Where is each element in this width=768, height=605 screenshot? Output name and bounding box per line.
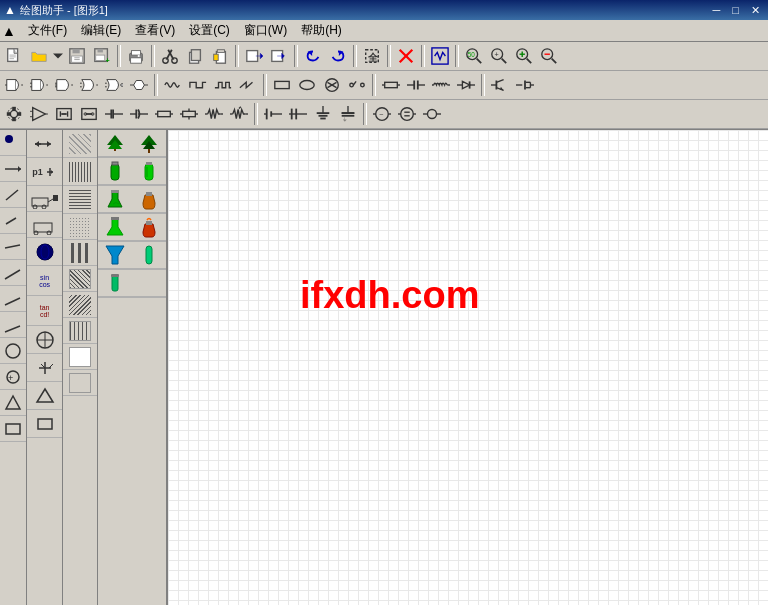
tool-tri-arrow[interactable] xyxy=(27,382,61,410)
maximize-btn[interactable]: □ xyxy=(728,4,743,16)
print-button[interactable] xyxy=(124,44,148,68)
cap1-btn[interactable] xyxy=(102,102,126,126)
res1-btn[interactable] xyxy=(152,102,176,126)
gate-d2-btn[interactable] xyxy=(27,73,51,97)
paste-button[interactable] xyxy=(208,44,232,68)
ind-btn[interactable] xyxy=(429,73,453,97)
icon-tree1[interactable] xyxy=(98,130,132,157)
src1-btn[interactable] xyxy=(261,102,285,126)
amp-btn[interactable] xyxy=(27,102,51,126)
menu-file[interactable]: 文件(F) xyxy=(22,20,73,41)
undo-button[interactable] xyxy=(301,44,325,68)
icon-bottle-fire[interactable] xyxy=(132,214,166,241)
gnd1-btn[interactable] xyxy=(311,102,335,126)
open-button[interactable] xyxy=(27,44,51,68)
pattern-empty2[interactable] xyxy=(63,370,97,396)
tool-diag3[interactable] xyxy=(0,234,26,260)
res4-btn[interactable] xyxy=(227,102,251,126)
sw1-btn[interactable] xyxy=(52,102,76,126)
menu-view[interactable]: 查看(V) xyxy=(129,20,181,41)
pattern-empty1[interactable] xyxy=(63,344,97,370)
redo-button[interactable] xyxy=(326,44,350,68)
schematic-button[interactable] xyxy=(428,44,452,68)
zoom-50-button[interactable]: 50 xyxy=(462,44,486,68)
zoom-out-button[interactable] xyxy=(537,44,561,68)
switch-btn[interactable] xyxy=(345,73,369,97)
node-btn[interactable] xyxy=(420,102,444,126)
rect-btn[interactable] xyxy=(270,73,294,97)
cfg-btn[interactable] xyxy=(2,102,26,126)
menu-settings[interactable]: 设置(C) xyxy=(183,20,236,41)
pulse-btn[interactable] xyxy=(211,73,235,97)
tool-tancd[interactable]: tan cd! xyxy=(27,296,61,326)
export-button[interactable] xyxy=(267,44,291,68)
icon-tube[interactable] xyxy=(132,242,166,269)
icon-flask-fire[interactable] xyxy=(98,186,132,213)
tool-sincos[interactable]: sin cos xyxy=(27,266,61,296)
pattern-dash[interactable] xyxy=(63,240,97,266)
tool-circle1[interactable] xyxy=(0,338,26,364)
gnd2-btn[interactable]: ⏚ xyxy=(336,102,360,126)
open-dropdown[interactable] xyxy=(52,44,64,68)
step-btn[interactable] xyxy=(186,73,210,97)
menu-window[interactable]: 窗口(W) xyxy=(238,20,293,41)
gate-d6-btn[interactable] xyxy=(127,73,151,97)
tool-line-h[interactable] xyxy=(0,156,26,182)
icon-bottle1[interactable] xyxy=(98,158,132,185)
cut-button[interactable] xyxy=(158,44,182,68)
vsrc2-btn[interactable] xyxy=(395,102,419,126)
tool-p1[interactable]: p1 xyxy=(27,158,61,186)
gate-d5-btn[interactable] xyxy=(102,73,126,97)
pattern-hatch3[interactable] xyxy=(63,318,97,344)
sw2-btn[interactable] xyxy=(77,102,101,126)
gate-d3-btn[interactable] xyxy=(52,73,76,97)
tool-diag1[interactable] xyxy=(0,182,26,208)
tool-arrow[interactable] xyxy=(27,130,61,158)
pattern-stripes[interactable] xyxy=(63,266,97,292)
res3-btn[interactable] xyxy=(202,102,226,126)
save-as-button[interactable]: + xyxy=(90,44,114,68)
tool-triangle[interactable] xyxy=(0,390,26,416)
minimize-btn[interactable]: ─ xyxy=(709,4,725,16)
icon-empty[interactable] xyxy=(132,270,166,297)
zoom-fit-button[interactable]: + xyxy=(487,44,511,68)
tool-cart1[interactable] xyxy=(27,186,61,212)
gate-d4-btn[interactable] xyxy=(77,73,101,97)
tool-cart2[interactable] xyxy=(27,212,61,238)
pattern-line-v[interactable] xyxy=(63,158,97,186)
icon-bottle-orange[interactable] xyxy=(132,186,166,213)
delete-button[interactable] xyxy=(394,44,418,68)
tool-diag2[interactable] xyxy=(0,208,26,234)
canvas-area[interactable]: ifxdh.com xyxy=(168,130,768,605)
icon-funnel[interactable] xyxy=(98,242,132,269)
src2-btn[interactable] xyxy=(286,102,310,126)
diode-btn[interactable] xyxy=(454,73,478,97)
tool-diag5[interactable] xyxy=(0,286,26,312)
icon-tube2[interactable] xyxy=(98,270,132,297)
menu-edit[interactable]: 编辑(E) xyxy=(75,20,127,41)
vsrc-btn[interactable]: ~ xyxy=(370,102,394,126)
cross-btn[interactable] xyxy=(320,73,344,97)
pattern-dots[interactable] xyxy=(63,214,97,240)
nmos-btn[interactable] xyxy=(513,73,537,97)
pattern-hatch2[interactable] xyxy=(63,292,97,318)
tool-diag4[interactable] xyxy=(0,260,26,286)
wave-btn[interactable] xyxy=(161,73,185,97)
tool-diag6[interactable] xyxy=(0,312,26,338)
oval-btn[interactable] xyxy=(295,73,319,97)
tool-dot[interactable] xyxy=(0,130,26,156)
save-button[interactable] xyxy=(65,44,89,68)
ramp-btn[interactable] xyxy=(236,73,260,97)
tool-sphere[interactable] xyxy=(27,238,61,266)
cap-btn[interactable] xyxy=(404,73,428,97)
copy-button[interactable] xyxy=(183,44,207,68)
cap2-btn[interactable] xyxy=(127,102,151,126)
icon-flask-green[interactable] xyxy=(98,214,132,241)
npn-btn[interactable] xyxy=(488,73,512,97)
close-btn[interactable]: ✕ xyxy=(747,4,764,17)
import-button[interactable] xyxy=(242,44,266,68)
new-button[interactable] xyxy=(2,44,26,68)
pattern-line-h[interactable] xyxy=(63,186,97,214)
tool-rect-small[interactable] xyxy=(27,410,61,438)
zoom-in-button[interactable] xyxy=(512,44,536,68)
